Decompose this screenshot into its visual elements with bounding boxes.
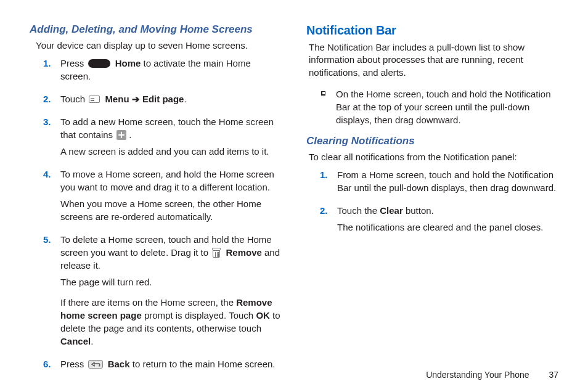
step-1: Press Home to activate the main Home scr… <box>60 57 282 83</box>
step-note: If there are items on the Home screen, t… <box>60 296 282 348</box>
arrow-icon: ➔ <box>129 94 142 104</box>
step-2: Touch the Clear button. The notification… <box>337 204 558 234</box>
step-text: . <box>184 94 186 104</box>
cancel-label: Cancel <box>60 336 91 346</box>
note-text: If there are items on the Home screen, t… <box>60 297 236 308</box>
section-heading-notification-bar: Notification Bar <box>306 23 558 38</box>
trash-icon <box>212 248 221 258</box>
step-6: Press Back to return to the main Home sc… <box>60 357 282 370</box>
step-note: The notifications are cleared and the pa… <box>337 221 558 234</box>
bullet-item: On the Home screen, touch and hold the N… <box>321 88 558 126</box>
page-number: 37 <box>549 370 558 380</box>
step-text: . <box>129 129 131 140</box>
step-1: From a Home screen, touch and hold the N… <box>337 168 558 194</box>
menu-icon <box>89 96 100 103</box>
clearing-steps: From a Home screen, touch and hold the N… <box>324 168 558 234</box>
ok-label: OK <box>256 310 270 321</box>
two-column-layout: Adding, Deleting, and Moving Home Screen… <box>30 23 558 380</box>
step-note: A new screen is added and you can add it… <box>60 145 282 158</box>
home-label: Home <box>115 58 141 68</box>
remove-label: Remove <box>226 247 261 258</box>
step-text: to return to the main Home screen. <box>130 359 276 369</box>
footer-section-title: Understanding Your Phone <box>426 370 529 380</box>
step-text: To add a new Home screen, touch the Home… <box>60 116 274 140</box>
left-column: Adding, Deleting, and Moving Home Screen… <box>30 23 282 380</box>
step-5: To delete a Home screen, touch and hold … <box>60 233 282 348</box>
step-text: Press <box>60 58 87 68</box>
intro-paragraph: The Notification Bar includes a pull-dow… <box>309 41 558 79</box>
subsection-heading-home-screens: Adding, Deleting, and Moving Home Screen… <box>30 23 282 36</box>
home-screens-steps: Press Home to activate the main Home scr… <box>47 57 282 370</box>
subsection-heading-clearing: Clearing Notifications <box>306 135 558 147</box>
bullet-list: On the Home screen, touch and hold the N… <box>321 88 558 126</box>
step-3: To add a new Home screen, touch the Home… <box>60 115 282 158</box>
back-label: Back <box>108 359 130 369</box>
step-note: The page will turn red. <box>60 276 282 288</box>
step-note: When you move a Home screen, the other H… <box>60 197 282 223</box>
menu-label: Menu <box>105 94 129 104</box>
step-text: Touch the <box>337 205 380 216</box>
step-text: button. <box>403 205 434 216</box>
note-text: . <box>91 336 93 346</box>
manual-page: Adding, Deleting, and Moving Home Screen… <box>0 0 588 392</box>
clear-label: Clear <box>380 205 403 216</box>
plus-tile-icon <box>116 130 126 140</box>
right-column: Notification Bar The Notification Bar in… <box>306 23 558 380</box>
intro-paragraph: Your device can display up to seven Home… <box>36 39 282 52</box>
step-4: To move a Home screen, and hold the Home… <box>60 168 282 223</box>
home-key-icon <box>88 59 110 68</box>
page-footer: Understanding Your Phone 37 <box>426 370 558 380</box>
step-text: Touch <box>60 94 88 104</box>
step-text: To move a Home screen, and hold the Home… <box>60 169 274 192</box>
note-text: prompt is displayed. Touch <box>142 310 256 321</box>
edit-page-label: Edit page <box>142 94 184 104</box>
step-2: Touch Menu ➔ Edit page. <box>60 92 282 105</box>
intro-paragraph: To clear all notifications from the Noti… <box>309 151 558 163</box>
step-text: Press <box>60 359 87 369</box>
back-key-icon <box>88 360 103 369</box>
step-text: From a Home screen, touch and hold the N… <box>337 169 556 193</box>
